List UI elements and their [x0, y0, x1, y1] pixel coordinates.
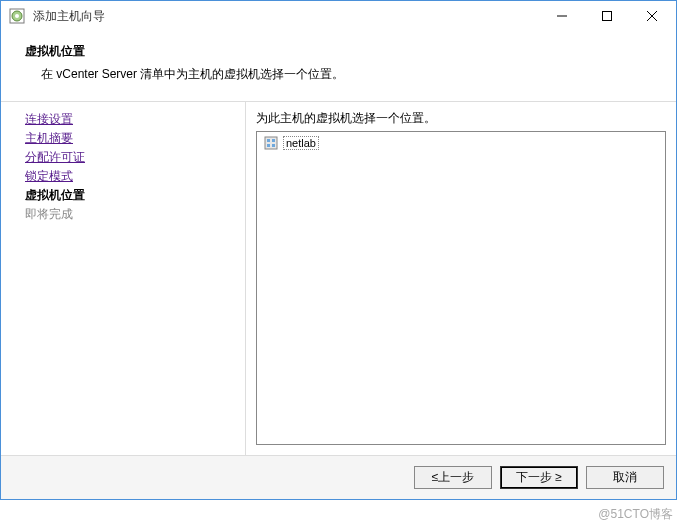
next-button[interactable]: 下一步 ≥ — [500, 466, 578, 489]
step-assign-license[interactable]: 分配许可证 — [25, 148, 245, 167]
step-host-summary[interactable]: 主机摘要 — [25, 129, 245, 148]
svg-rect-4 — [602, 12, 611, 21]
minimize-button[interactable] — [539, 2, 584, 30]
close-button[interactable] — [629, 2, 674, 30]
wizard-header: 虚拟机位置 在 vCenter Server 清单中为主机的虚拟机选择一个位置。 — [1, 31, 676, 101]
maximize-button[interactable] — [584, 2, 629, 30]
svg-rect-10 — [267, 144, 270, 147]
main-panel: 为此主机的虚拟机选择一个位置。 netlab — [246, 102, 676, 455]
steps-sidebar: 连接设置 主机摘要 分配许可证 锁定模式 虚拟机位置 即将完成 — [1, 102, 246, 455]
tree-item-datacenter[interactable]: netlab — [259, 134, 663, 152]
step-vm-location: 虚拟机位置 — [25, 186, 245, 205]
titlebar: 添加主机向导 — [1, 1, 676, 31]
step-ready-to-complete: 即将完成 — [25, 205, 245, 224]
watermark: @51CTO博客 — [598, 506, 673, 523]
window-title: 添加主机向导 — [33, 8, 539, 25]
back-button[interactable]: ≤上一步 — [414, 466, 492, 489]
app-icon — [9, 8, 25, 24]
location-tree[interactable]: netlab — [256, 131, 666, 445]
wizard-dialog: 添加主机向导 虚拟机位置 在 vCenter Server 清单中为主机的虚拟机… — [0, 0, 677, 500]
page-description: 在 vCenter Server 清单中为主机的虚拟机选择一个位置。 — [25, 66, 652, 83]
tree-item-label: netlab — [283, 136, 319, 150]
datacenter-icon — [263, 135, 279, 151]
svg-point-2 — [15, 14, 19, 18]
wizard-footer: ≤上一步 下一步 ≥ 取消 — [1, 455, 676, 499]
svg-rect-11 — [272, 144, 275, 147]
selection-instruction: 为此主机的虚拟机选择一个位置。 — [256, 110, 666, 127]
svg-rect-7 — [265, 137, 277, 149]
wizard-body: 连接设置 主机摘要 分配许可证 锁定模式 虚拟机位置 即将完成 为此主机的虚拟机… — [1, 101, 676, 455]
svg-rect-9 — [272, 139, 275, 142]
page-title: 虚拟机位置 — [25, 43, 652, 60]
step-lockdown-mode[interactable]: 锁定模式 — [25, 167, 245, 186]
window-controls — [539, 2, 674, 30]
cancel-button[interactable]: 取消 — [586, 466, 664, 489]
step-connection-settings[interactable]: 连接设置 — [25, 110, 245, 129]
svg-rect-8 — [267, 139, 270, 142]
